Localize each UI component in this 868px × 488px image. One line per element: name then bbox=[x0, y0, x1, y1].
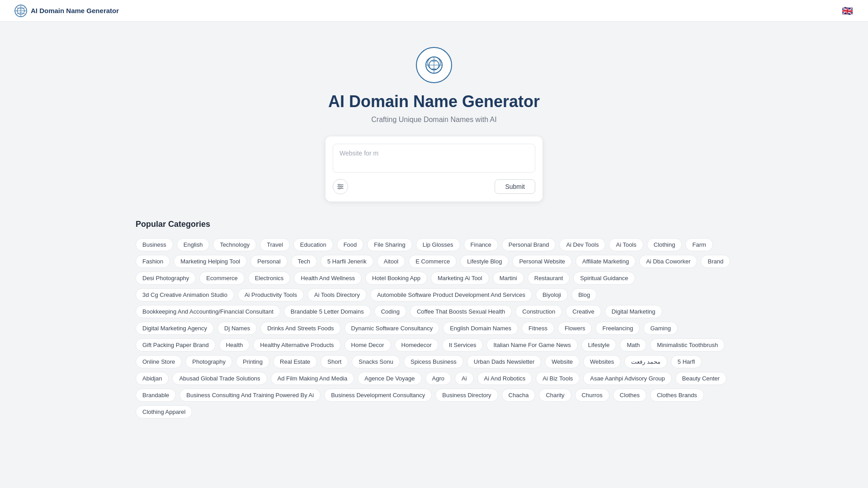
tag-item[interactable]: Construction bbox=[515, 305, 562, 318]
tag-item[interactable]: Biyoloji bbox=[536, 288, 568, 301]
tag-item[interactable]: Clothing bbox=[647, 238, 682, 251]
tag-item[interactable]: Website bbox=[545, 355, 580, 368]
tag-item[interactable]: Farm bbox=[685, 238, 712, 251]
tag-item[interactable]: Homedecor bbox=[395, 338, 439, 352]
tag-item[interactable]: Health bbox=[219, 338, 250, 352]
tag-item[interactable]: Ai And Robotics bbox=[477, 372, 533, 385]
tag-item[interactable]: Clothes bbox=[613, 389, 646, 402]
tag-item[interactable]: Agence De Voyage bbox=[358, 372, 421, 385]
tag-item[interactable]: English Domain Names bbox=[443, 322, 518, 335]
tag-item[interactable]: Travel bbox=[260, 238, 290, 251]
tag-item[interactable]: Freelancing bbox=[595, 322, 640, 335]
tag-item[interactable]: Math bbox=[620, 338, 646, 352]
tag-item[interactable]: Brand bbox=[701, 255, 730, 268]
tag-item[interactable]: Abusad Global Trade Solutions bbox=[172, 372, 267, 385]
tag-item[interactable]: Ai Productivity Tools bbox=[238, 288, 304, 301]
tag-item[interactable]: Real Estate bbox=[273, 355, 317, 368]
submit-button[interactable]: Submit bbox=[495, 179, 535, 194]
tag-item[interactable]: Bookkeeping And Accounting/Financial Con… bbox=[136, 305, 280, 318]
tag-item[interactable]: Martini bbox=[493, 272, 524, 285]
tag-item[interactable]: Marketing Ai Tool bbox=[431, 272, 489, 285]
tag-item[interactable]: Chacha bbox=[502, 389, 536, 402]
tag-item[interactable]: Technology bbox=[213, 238, 256, 251]
tag-item[interactable]: Lip Glosses bbox=[416, 238, 460, 251]
tag-item[interactable]: Asae Aanhpi Advisory Group bbox=[583, 372, 672, 385]
tag-item[interactable]: Hotel Booking App bbox=[365, 272, 427, 285]
tag-item[interactable]: Business Directory bbox=[435, 389, 498, 402]
tag-item[interactable]: English bbox=[177, 238, 210, 251]
tag-item[interactable]: 5 Harfl bbox=[671, 355, 702, 368]
brand[interactable]: AI Domain Name Generator bbox=[14, 5, 119, 17]
tag-item[interactable]: Short bbox=[321, 355, 348, 368]
tag-item[interactable]: 3d Cg Creative Animation Studio bbox=[136, 288, 234, 301]
tag-item[interactable]: Ai Tools bbox=[609, 238, 643, 251]
tag-item[interactable]: Digital Marketing Agency bbox=[136, 322, 214, 335]
tag-item[interactable]: Brandable 5 Letter Domains bbox=[284, 305, 371, 318]
tag-item[interactable]: Photography bbox=[185, 355, 232, 368]
tag-item[interactable]: Blog bbox=[571, 288, 597, 301]
tag-item[interactable]: Personal bbox=[250, 255, 287, 268]
tag-item[interactable]: Business Development Consultancy bbox=[324, 389, 432, 402]
tag-item[interactable]: Beauty Center bbox=[675, 372, 726, 385]
tag-item[interactable]: Lifestyle bbox=[581, 338, 617, 352]
tag-item[interactable]: Italian Name For Game News bbox=[486, 338, 577, 352]
tag-item[interactable]: Business bbox=[136, 238, 173, 251]
tag-item[interactable]: Digital Marketing bbox=[605, 305, 662, 318]
options-button[interactable] bbox=[333, 179, 348, 194]
tag-item[interactable]: Health And Wellness bbox=[294, 272, 362, 285]
tag-item[interactable]: Online Store bbox=[136, 355, 182, 368]
tag-item[interactable]: Gift Packing Paper Brand bbox=[136, 338, 216, 352]
tag-item[interactable]: Healthy Alternative Products bbox=[253, 338, 340, 352]
tag-item[interactable]: Ecommerce bbox=[199, 272, 244, 285]
tag-item[interactable]: It Services bbox=[442, 338, 483, 352]
language-selector[interactable]: 🇬🇧 bbox=[841, 6, 854, 15]
tag-item[interactable]: Coffee That Boosts Sexual Health bbox=[410, 305, 512, 318]
tag-item[interactable]: Food bbox=[337, 238, 364, 251]
tag-item[interactable]: Churros bbox=[575, 389, 609, 402]
tag-item[interactable]: Dj Names bbox=[217, 322, 257, 335]
tag-item[interactable]: Ai bbox=[455, 372, 474, 385]
tag-item[interactable]: Brandable bbox=[136, 389, 176, 402]
tag-item[interactable]: File Sharing bbox=[367, 238, 412, 251]
tag-item[interactable]: Drinks And Streets Foods bbox=[260, 322, 340, 335]
tag-item[interactable]: Restaurant bbox=[528, 272, 570, 285]
tag-item[interactable]: Affiliate Marketing bbox=[576, 255, 636, 268]
tag-item[interactable]: Spicess Business bbox=[404, 355, 463, 368]
tag-item[interactable]: Marketing Helping Tool bbox=[174, 255, 247, 268]
tag-item[interactable]: Ai Dba Coworker bbox=[639, 255, 697, 268]
tag-item[interactable]: Agro bbox=[425, 372, 451, 385]
tag-item[interactable]: Aitool bbox=[377, 255, 406, 268]
tag-item[interactable]: Fitness bbox=[522, 322, 554, 335]
tag-item[interactable]: Websites bbox=[583, 355, 621, 368]
tag-item[interactable]: 5 Harfli Jenerik bbox=[321, 255, 373, 268]
tag-item[interactable]: Clothing Apparel bbox=[136, 405, 192, 418]
tag-item[interactable]: Printing bbox=[236, 355, 269, 368]
tag-item[interactable]: Gaming bbox=[643, 322, 678, 335]
tag-item[interactable]: Lifestyle Blog bbox=[460, 255, 509, 268]
tag-item[interactable]: Charity bbox=[539, 389, 571, 402]
tag-item[interactable]: Abidjan bbox=[136, 372, 169, 385]
tag-item[interactable]: Tech bbox=[291, 255, 317, 268]
tag-item[interactable]: Education bbox=[293, 238, 333, 251]
tag-item[interactable]: Dynamic Software Consultancy bbox=[344, 322, 440, 335]
tag-item[interactable]: Business Consulting And Training Powered… bbox=[179, 389, 321, 402]
tag-item[interactable]: Fashion bbox=[136, 255, 170, 268]
tag-item[interactable]: Clothes Brands bbox=[650, 389, 704, 402]
tag-item[interactable]: Personal Website bbox=[512, 255, 572, 268]
tag-item[interactable]: Finance bbox=[464, 238, 498, 251]
tag-item[interactable]: Minimalistic Toothbrush bbox=[650, 338, 725, 352]
tag-item[interactable]: Home Decor bbox=[344, 338, 391, 352]
tag-item[interactable]: Spiritual Guidance bbox=[573, 272, 635, 285]
search-input[interactable] bbox=[333, 144, 535, 173]
tag-item[interactable]: Urban Dads Newsletter bbox=[467, 355, 541, 368]
tag-item[interactable]: E Commerce bbox=[409, 255, 457, 268]
tag-item[interactable]: Electronics bbox=[248, 272, 291, 285]
tag-item[interactable]: Snacks Sonu bbox=[352, 355, 400, 368]
tag-item[interactable]: Desi Photography bbox=[136, 272, 196, 285]
tag-item[interactable]: Creative bbox=[566, 305, 601, 318]
tag-item[interactable]: Ai Dev Tools bbox=[559, 238, 605, 251]
tag-item[interactable]: محمد رفعت bbox=[624, 355, 667, 368]
tag-item[interactable]: Ai Biz Tools bbox=[536, 372, 580, 385]
tag-item[interactable]: Automobile Software Product Development … bbox=[370, 288, 532, 301]
tag-item[interactable]: Coding bbox=[374, 305, 406, 318]
